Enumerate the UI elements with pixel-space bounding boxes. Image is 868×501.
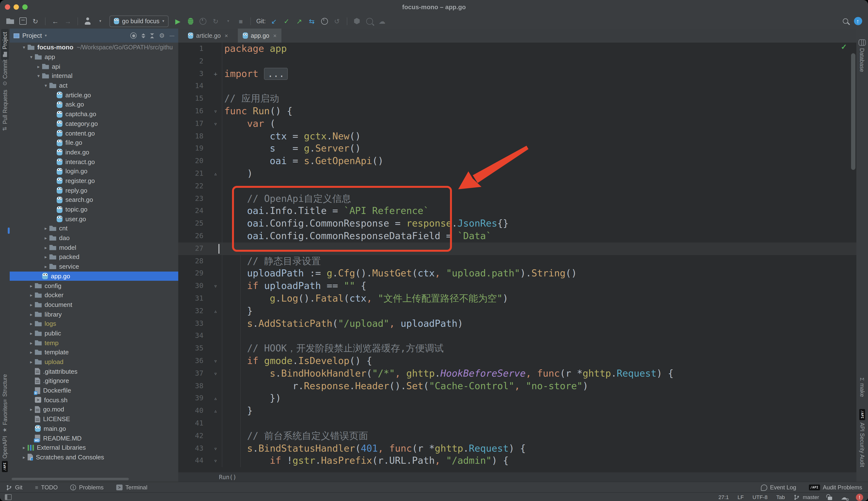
code-line-32[interactable]: 32▵ }	[178, 305, 856, 317]
line-number[interactable]: 34	[178, 330, 209, 342]
fold-marker-icon[interactable]: ▵	[209, 305, 222, 317]
tree-item-act[interactable]: ▾act	[10, 81, 178, 90]
tree-item-packed[interactable]: ▸packed	[10, 252, 178, 262]
chevron-closed-icon[interactable]: ▸	[28, 407, 35, 412]
toolwindow-todo[interactable]: ≡ TODO	[35, 484, 58, 491]
line-number[interactable]: 20	[178, 155, 209, 168]
code-line-34[interactable]: 34	[178, 330, 856, 342]
code-line-42[interactable]: 42 // 前台系统自定义错误页面	[178, 430, 856, 442]
code-line-44[interactable]: 44▿ if !gstr.HasPrefix(r.URL.Path, "/adm…	[178, 455, 856, 467]
tree-item-.gitattributes[interactable]: .gitattributes	[10, 367, 178, 376]
tool-strip-commit[interactable]: ⊙ Commit	[1, 57, 9, 88]
caret-position[interactable]: 27:1	[718, 494, 729, 500]
tree-item-model[interactable]: ▸model	[10, 243, 178, 252]
chevron-open-icon[interactable]: ▾	[20, 45, 28, 50]
fold-marker-icon[interactable]: ▿	[209, 355, 222, 367]
tool-strip-project[interactable]: Project	[1, 29, 9, 60]
tree-item-ask.go[interactable]: ask.go	[10, 100, 178, 109]
line-number[interactable]: 27	[178, 243, 209, 255]
code-line-41[interactable]: 41	[178, 417, 856, 430]
user-icon[interactable]	[83, 16, 93, 26]
tool-window-layout-icon[interactable]	[5, 494, 12, 500]
line-number[interactable]: 36	[178, 355, 209, 367]
tool-strip-favorites[interactable]: ★ Favorites	[1, 399, 9, 435]
code-line-37[interactable]: 37▿ s.BindHookHandler("/*", ghttp.HookBe…	[178, 367, 856, 380]
breadcrumb-function[interactable]: Run()	[219, 474, 237, 481]
cloud-icon[interactable]: ☁	[377, 16, 387, 26]
git-rollback-icon[interactable]: ↺	[332, 16, 342, 26]
code-line-15[interactable]: 15// 应用启动	[178, 93, 856, 105]
tab-article-go[interactable]: article.go ×	[183, 29, 233, 43]
close-icon[interactable]: ×	[224, 32, 228, 39]
fold-marker-icon[interactable]: ▵	[209, 405, 222, 417]
line-number[interactable]: 35	[178, 342, 209, 355]
line-number[interactable]: 21	[178, 168, 209, 180]
line-number[interactable]: 32	[178, 305, 209, 317]
toolwindow-audit-problems[interactable]: /API Audit Problems	[809, 484, 862, 491]
line-number[interactable]: 42	[178, 430, 209, 442]
tree-item-focus.sh[interactable]: >focus.sh	[10, 395, 178, 405]
chevron-open-icon[interactable]: ▾	[42, 83, 49, 88]
debug-button[interactable]	[186, 16, 195, 26]
tree-item-register.go[interactable]: register.go	[10, 176, 178, 185]
tree-item-api[interactable]: ▸api	[10, 62, 178, 71]
chevron-closed-icon[interactable]: ▸	[42, 245, 49, 250]
forward-icon[interactable]: →	[63, 16, 73, 26]
line-number[interactable]: 15	[178, 93, 209, 105]
fold-marker-icon[interactable]: ▿	[209, 280, 222, 292]
code-line-19[interactable]: 19 s = g.Server()	[178, 142, 856, 155]
open-folder-icon[interactable]	[5, 16, 15, 26]
fold-marker-icon[interactable]: ▿	[209, 442, 222, 455]
line-number[interactable]: 31	[178, 292, 209, 305]
close-icon[interactable]: ×	[273, 32, 276, 39]
file-encoding[interactable]: UTF-8	[752, 494, 767, 500]
code-line-2[interactable]: 2	[178, 55, 856, 68]
line-number[interactable]: 38	[178, 380, 209, 392]
chevron-open-icon[interactable]: ▾	[28, 54, 35, 60]
tree-item-public[interactable]: ▸public	[10, 328, 178, 338]
tree-item-focus-mono[interactable]: ▾focus-mono~/Workspace/Go/GOPATH/src/git…	[10, 43, 178, 52]
tree-item-reply.go[interactable]: reply.go	[10, 185, 178, 195]
fold-marker-icon[interactable]: ▿	[209, 105, 222, 118]
code-line-35[interactable]: 35 // HOOK，开发阶段禁止浏览器缓存,方便调试	[178, 342, 856, 355]
line-number[interactable]: 2	[178, 55, 209, 68]
tree-item-upload[interactable]: ▸upload	[10, 357, 178, 366]
chevron-closed-icon[interactable]: ▸	[42, 235, 49, 241]
code-line-24[interactable]: 24 oai.Info.Title = `API Reference`	[178, 205, 856, 217]
chevron-closed-icon[interactable]: ▸	[42, 264, 49, 269]
error-indicator[interactable]: !	[856, 493, 863, 501]
run-options-dropdown-icon[interactable]: ▾	[223, 16, 233, 26]
chevron-closed-icon[interactable]: ▸	[35, 64, 42, 69]
code-line-18[interactable]: 18 ctx = gctx.New()	[178, 130, 856, 142]
fold-marker-icon[interactable]: ▵	[209, 392, 222, 405]
tool-strip-make[interactable]: Σ make	[858, 375, 866, 400]
tree-item-service[interactable]: ▸service	[10, 262, 178, 271]
tree-item-.gitignore[interactable]: .gitignore	[10, 376, 178, 385]
tree-item-temp[interactable]: ▸temp	[10, 338, 178, 348]
tree-item-go.mod[interactable]: ▸go.mod	[10, 405, 178, 414]
code-line-14[interactable]: 14	[178, 80, 856, 93]
fold-marker-icon[interactable]: ▿	[209, 118, 222, 130]
line-number[interactable]: 26	[178, 230, 209, 243]
package-icon[interactable]	[352, 16, 362, 26]
tree-item-internal[interactable]: ▾internal	[10, 71, 178, 81]
toolwindow-problems[interactable]: ! Problems	[70, 484, 103, 491]
horizontal-scrollbar[interactable]	[12, 478, 129, 480]
tree-item-Scratches-and-Consoles[interactable]: ▸Scratches and Consoles	[10, 452, 178, 462]
code-line-20[interactable]: 20 oai = s.GetOpenApi()	[178, 155, 856, 168]
tree-item-LICENSE[interactable]: LICENSE	[10, 414, 178, 424]
line-number[interactable]: 44	[178, 455, 209, 467]
fold-marker-icon[interactable]: ▿	[209, 455, 222, 467]
coverage-icon[interactable]: ↻	[211, 16, 220, 26]
tree-item-topic.go[interactable]: topic.go	[10, 204, 178, 214]
chevron-closed-icon[interactable]: ▸	[28, 283, 35, 288]
chevron-closed-icon[interactable]: ▸	[42, 254, 49, 260]
line-number[interactable]: 24	[178, 205, 209, 217]
inspect-code-icon[interactable]	[365, 16, 374, 26]
tool-strip-openapi[interactable]: /API OpenAPI	[1, 433, 9, 475]
tree-item-app.go[interactable]: app.go	[10, 271, 178, 281]
line-number[interactable]: 25	[178, 217, 209, 230]
collapse-all-icon[interactable]	[150, 33, 154, 38]
line-number[interactable]: 23	[178, 192, 209, 205]
code-line-16[interactable]: 16▿func Run() {	[178, 105, 856, 118]
